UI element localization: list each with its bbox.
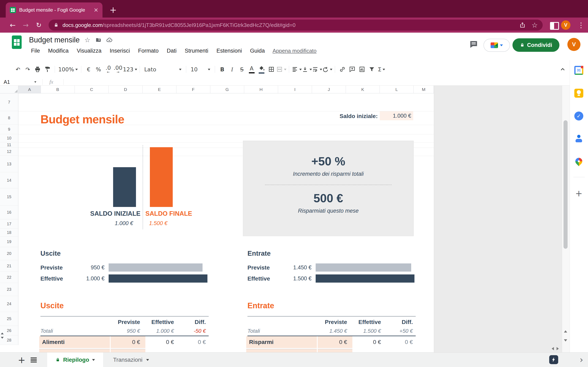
text-wrap-button[interactable] xyxy=(312,64,322,75)
insert-comment-button[interactable] xyxy=(347,64,357,75)
borders-button[interactable] xyxy=(267,64,276,75)
row-header-20[interactable]: 20 xyxy=(0,247,18,260)
column-header-D[interactable]: D xyxy=(109,86,143,93)
all-sheets-icon[interactable] xyxy=(31,358,37,363)
bold-button[interactable]: B xyxy=(217,64,227,75)
row-header-13[interactable]: 13 xyxy=(0,156,18,172)
select-all-corner[interactable] xyxy=(0,86,18,93)
dropdown-icon[interactable] xyxy=(299,69,302,72)
scroll-left-icon[interactable] xyxy=(550,347,554,350)
saldo-iniziale-cell[interactable]: 1.000 € xyxy=(380,111,413,120)
dropdown-icon[interactable] xyxy=(330,69,332,72)
merge-cells-button[interactable] xyxy=(276,64,286,75)
column-header-L[interactable]: L xyxy=(380,86,414,93)
google-contacts-icon[interactable] xyxy=(574,134,583,143)
row-header-24[interactable]: 24 xyxy=(0,296,18,312)
row-header-11[interactable]: 11 xyxy=(0,142,18,148)
cell-name-box[interactable]: A1 xyxy=(4,78,36,86)
column-header-K[interactable]: K xyxy=(346,86,380,93)
tab-close-icon[interactable]: × xyxy=(94,7,98,13)
row-header-8[interactable]: 8 xyxy=(0,111,18,125)
name-box-dropdown-icon[interactable] xyxy=(34,81,36,84)
sheet-tab-riepilogo[interactable]: Riepilogo xyxy=(47,352,103,367)
hidden-row-up-icon[interactable] xyxy=(1,331,4,334)
column-header-H[interactable]: H xyxy=(244,86,278,93)
menu-strumenti[interactable]: Strumenti xyxy=(181,48,213,54)
scroll-up-icon[interactable] xyxy=(564,329,567,333)
dropdown-icon[interactable] xyxy=(75,69,78,72)
column-header-C[interactable]: C xyxy=(75,86,109,93)
redo-button[interactable]: ↷ xyxy=(23,64,33,75)
dropdown-icon[interactable] xyxy=(310,69,312,72)
expand-side-panel-icon[interactable]: › xyxy=(576,352,587,367)
format-percent-button[interactable]: % xyxy=(94,64,103,75)
zoom-select-button[interactable]: 100% xyxy=(57,64,79,75)
number-format-button[interactable]: 123 xyxy=(123,64,137,75)
browser-menu-icon[interactable]: ⋮ xyxy=(577,20,585,30)
column-header-A[interactable]: A xyxy=(18,86,41,93)
row-header-19[interactable]: 19 xyxy=(0,236,18,247)
paint-format-button[interactable] xyxy=(43,64,52,75)
undo-button[interactable]: ↶ xyxy=(13,64,23,75)
row-header-9[interactable]: 9 xyxy=(0,125,18,134)
side-panel-toggle-icon[interactable] xyxy=(550,22,559,30)
insert-chart-button[interactable] xyxy=(357,64,367,75)
meet-dropdown-icon[interactable] xyxy=(500,44,503,48)
italic-button[interactable]: I xyxy=(227,64,237,75)
dropdown-icon[interactable] xyxy=(383,69,385,72)
horizontal-align-button[interactable] xyxy=(292,64,302,75)
text-color-button[interactable]: A xyxy=(247,64,257,75)
dropdown-icon[interactable] xyxy=(135,69,137,72)
last-edited-link[interactable]: Appena modificato xyxy=(273,48,316,54)
vertical-align-button[interactable] xyxy=(302,64,312,75)
meet-call-button[interactable] xyxy=(484,39,510,52)
dropdown-icon[interactable] xyxy=(208,69,210,72)
column-header-B[interactable]: B xyxy=(41,86,75,93)
scroll-right-icon[interactable] xyxy=(557,347,561,350)
collapse-toolbar-icon[interactable] xyxy=(557,64,568,75)
create-filter-button[interactable] xyxy=(367,64,377,75)
row-header-22[interactable]: 22 xyxy=(0,272,18,283)
row-header-10[interactable]: 10 xyxy=(0,134,18,142)
google-keep-icon[interactable] xyxy=(574,89,583,98)
sheets-logo-icon[interactable] xyxy=(12,35,22,49)
fill-color-button[interactable] xyxy=(257,64,267,75)
share-button[interactable]: Condividi xyxy=(512,38,559,52)
dropdown-icon[interactable] xyxy=(179,69,182,72)
star-document-icon[interactable]: ☆ xyxy=(84,37,91,43)
add-side-panel-app-icon[interactable]: + xyxy=(574,189,583,198)
google-calendar-icon[interactable]: 31 xyxy=(574,66,583,75)
reload-icon[interactable]: ↻ xyxy=(33,17,44,33)
menu-inserisci[interactable]: Inserisci xyxy=(105,48,134,54)
increase-decimals-button[interactable]: .00→ xyxy=(113,64,123,75)
sheet-tab-menu-icon[interactable] xyxy=(146,359,149,362)
dropdown-icon[interactable] xyxy=(284,69,286,72)
column-header-J[interactable]: J xyxy=(312,86,346,93)
account-avatar[interactable]: V xyxy=(567,38,580,51)
column-header-E[interactable]: E xyxy=(143,86,176,93)
scroll-down-icon[interactable] xyxy=(564,339,567,343)
row-header-15[interactable]: 15 xyxy=(0,188,18,206)
vertical-scrollbar-thumb[interactable] xyxy=(563,120,568,249)
row-header-25[interactable]: 25 xyxy=(0,312,18,326)
hidden-row-down-icon[interactable] xyxy=(1,337,4,340)
text-rotation-button[interactable] xyxy=(322,64,332,75)
google-tasks-icon[interactable]: ✓ xyxy=(574,111,583,120)
document-title[interactable]: Budget mensile xyxy=(29,36,80,44)
decrease-decimals-button[interactable]: .0← xyxy=(103,64,113,75)
font-select-button[interactable]: Lato xyxy=(142,64,183,75)
insert-link-button[interactable] xyxy=(337,64,347,75)
comments-icon[interactable] xyxy=(469,40,478,50)
cloud-saved-icon[interactable] xyxy=(106,37,113,43)
format-currency-button[interactable]: € xyxy=(84,64,94,75)
functions-button[interactable]: Σ xyxy=(377,64,387,75)
browser-tab[interactable]: Budget mensile - Fogli Google × xyxy=(6,2,103,17)
google-maps-icon[interactable] xyxy=(574,156,584,166)
sheet-tab-menu-icon[interactable] xyxy=(92,359,95,362)
extension-badge[interactable] xyxy=(549,355,558,364)
dropdown-icon[interactable] xyxy=(320,69,322,72)
column-header-M[interactable]: M xyxy=(414,86,434,93)
move-folder-icon[interactable] xyxy=(95,37,102,43)
back-icon[interactable]: ← xyxy=(7,17,18,33)
menu-file[interactable]: File xyxy=(27,48,44,54)
